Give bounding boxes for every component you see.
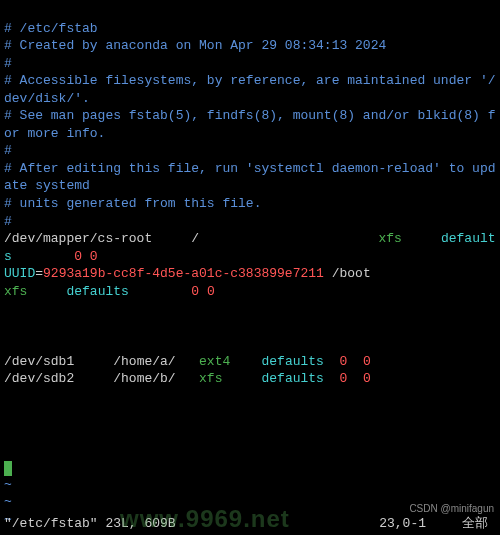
comment-line: # bbox=[4, 143, 12, 158]
comment-line: # bbox=[4, 214, 12, 229]
device: /dev/sdb1 bbox=[4, 354, 74, 369]
pass: 0 bbox=[363, 371, 371, 386]
empty-line-tilde: ~ bbox=[4, 494, 12, 509]
uuid-label: UUID bbox=[4, 266, 35, 281]
comment-line: # See man pages fstab(5), findfs(8), mou… bbox=[4, 108, 495, 141]
mount-point: /home/a/ bbox=[113, 354, 175, 369]
fstab-entry-sdb2: /dev/sdb2 /home/b/ xfs defaults 0 0 bbox=[4, 371, 371, 386]
status-cursor-pos: 23,0-1 bbox=[379, 515, 426, 533]
mount-point: /boot bbox=[332, 266, 371, 281]
comment-line: # Created by anaconda on Mon Apr 29 08:3… bbox=[4, 38, 386, 53]
uuid-value: 9293a19b-cc8f-4d5e-a01c-c383899e7211 bbox=[43, 266, 324, 281]
fstab-entry-boot: UUID=9293a19b-cc8f-4d5e-a01c-c383899e721… bbox=[4, 266, 500, 299]
fs-type: ext4 bbox=[199, 354, 230, 369]
fstab-entry-root: /dev/mapper/cs-root / xfs defaults 0 0 bbox=[4, 231, 496, 264]
pass: 0 bbox=[90, 249, 98, 264]
dump: 0 bbox=[74, 249, 82, 264]
mount-point: / bbox=[191, 231, 199, 246]
equals: = bbox=[35, 266, 43, 281]
mount-point: /home/b/ bbox=[113, 371, 175, 386]
empty-line-tilde: ~ bbox=[4, 477, 12, 492]
opts: defaults bbox=[66, 284, 128, 299]
comment-line: # /etc/fstab bbox=[4, 21, 98, 36]
opts: defaults bbox=[261, 371, 323, 386]
status-percent: 全部 bbox=[462, 515, 488, 533]
comment-line: # bbox=[4, 56, 12, 71]
pass: 0 bbox=[363, 354, 371, 369]
terminal-editor[interactable]: # /etc/fstab # Created by anaconda on Mo… bbox=[0, 0, 500, 535]
comment-line: # units generated from this file. bbox=[4, 196, 261, 211]
vim-status-line: "/etc/fstab" 23L, 609B 23,0-1 全部 bbox=[4, 515, 496, 533]
comment-line: # Accessible filesystems, by reference, … bbox=[4, 73, 495, 106]
fs-type: xfs bbox=[4, 284, 27, 299]
device: /dev/sdb2 bbox=[4, 371, 74, 386]
cursor bbox=[4, 461, 12, 476]
pass: 0 bbox=[207, 284, 215, 299]
fs-type: xfs bbox=[379, 231, 402, 246]
fstab-entry-sdb1: /dev/sdb1 /home/a/ ext4 defaults 0 0 bbox=[4, 354, 371, 369]
fs-type: xfs bbox=[199, 371, 222, 386]
dump: 0 bbox=[191, 284, 199, 299]
comment-line: # After editing this file, run 'systemct… bbox=[4, 161, 495, 194]
device: /dev/mapper/cs-root bbox=[4, 231, 152, 246]
status-file-info: "/etc/fstab" 23L, 609B bbox=[4, 515, 176, 533]
opts: defaults bbox=[262, 354, 324, 369]
